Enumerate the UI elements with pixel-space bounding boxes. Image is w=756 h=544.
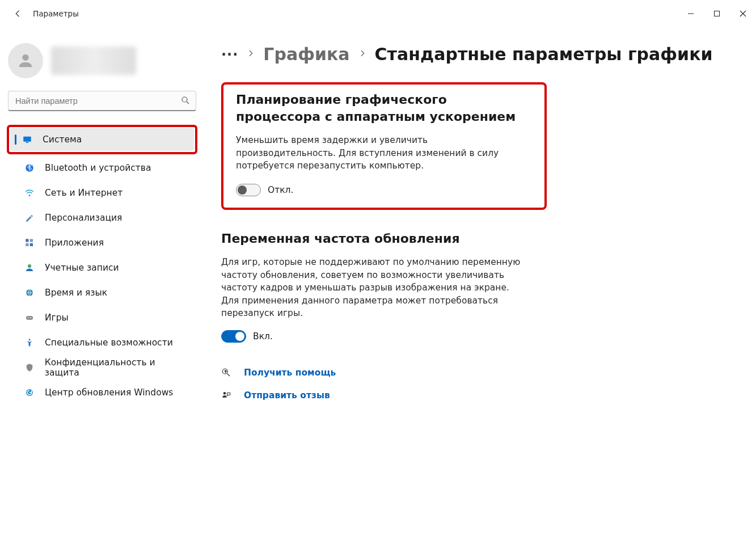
svg-rect-14 <box>30 243 33 246</box>
sidebar-item-label: Учетные записи <box>45 263 119 273</box>
gpu-section-title: Планирование графического процессора с а… <box>236 91 530 125</box>
sidebar-item-label: Персонализация <box>45 213 122 223</box>
sidebar-item-label: Bluetooth и устройства <box>45 163 151 173</box>
titlebar: Параметры <box>0 0 756 27</box>
window-controls <box>678 5 756 23</box>
sidebar-item-label: Конфиденциальность и защита <box>45 357 192 378</box>
svg-point-5 <box>182 97 187 102</box>
vrr-section-desc: Для игр, которые не поддерживают по умол… <box>221 256 527 319</box>
apps-icon <box>23 238 36 248</box>
feedback-row: Отправить отзыв <box>221 390 733 400</box>
toggle-knob <box>238 185 247 195</box>
svg-point-4 <box>22 54 28 61</box>
sidebar-item-label: Центр обновления Windows <box>45 387 173 398</box>
sidebar-item-bluetooth[interactable]: Bluetooth и устройства <box>8 157 196 179</box>
breadcrumb-graphics[interactable]: Графика <box>263 44 349 64</box>
svg-text:?: ? <box>225 370 227 373</box>
chevron-right-icon <box>246 49 255 60</box>
sidebar-item-accounts[interactable]: Учетные записи <box>8 256 196 279</box>
sidebar-item-label: Система <box>43 134 82 145</box>
search-icon <box>180 95 191 108</box>
main-content: ··· Графика Стандартные параметры график… <box>204 27 756 419</box>
chevron-right-icon <box>358 49 367 60</box>
shield-icon <box>23 362 36 373</box>
gpu-toggle-row: Откл. <box>236 184 530 196</box>
selected-indicator <box>15 134 16 145</box>
help-icon: ? <box>221 368 234 378</box>
gpu-section-desc: Уменьшить время задержки и увеличить про… <box>236 134 530 172</box>
feedback-link[interactable]: Отправить отзыв <box>244 390 330 400</box>
search-input[interactable] <box>8 91 196 111</box>
time-language-icon <box>23 288 36 298</box>
svg-point-25 <box>223 392 226 395</box>
vrr-toggle-label: Вкл. <box>253 331 273 341</box>
vrr-section-title: Переменная частота обновления <box>221 230 539 247</box>
sidebar-item-personalization[interactable]: Персонализация <box>8 206 196 229</box>
vrr-toggle[interactable] <box>221 330 246 343</box>
svg-rect-17 <box>26 316 33 320</box>
svg-point-18 <box>28 317 29 318</box>
gpu-scheduling-highlight: Планирование графического процессора с а… <box>221 82 547 210</box>
user-name-redacted <box>51 47 136 75</box>
back-button[interactable] <box>11 9 25 19</box>
sidebar-item-label: Специальные возможности <box>45 338 173 348</box>
svg-rect-8 <box>26 142 29 144</box>
sidebar-item-system[interactable]: Система <box>10 128 194 151</box>
windows-update-icon <box>23 387 36 398</box>
sidebar: Система Bluetooth и устройства Сеть и Ин… <box>0 27 204 419</box>
sidebar-highlight: Система <box>7 125 197 154</box>
sidebar-item-accessibility[interactable]: Специальные возможности <box>8 331 196 354</box>
avatar <box>8 43 43 78</box>
vrr-toggle-row: Вкл. <box>221 330 539 343</box>
svg-point-19 <box>30 317 31 318</box>
breadcrumb-current: Стандартные параметры графики <box>375 44 713 64</box>
feedback-icon <box>221 390 234 400</box>
system-icon <box>21 134 33 145</box>
sidebar-item-label: Игры <box>45 313 69 323</box>
gaming-icon <box>23 313 36 323</box>
search-box[interactable] <box>8 91 196 111</box>
sidebar-item-time-language[interactable]: Время и язык <box>8 281 196 304</box>
minimize-button[interactable] <box>678 5 704 23</box>
user-row[interactable] <box>8 43 198 78</box>
breadcrumb: ··· Графика Стандартные параметры график… <box>221 44 733 64</box>
maximize-button[interactable] <box>704 5 730 23</box>
sidebar-item-apps[interactable]: Приложения <box>8 231 196 254</box>
sidebar-item-label: Сеть и Интернет <box>45 188 123 198</box>
svg-rect-7 <box>23 137 31 142</box>
close-button[interactable] <box>730 5 756 23</box>
accounts-icon <box>23 263 36 273</box>
window-title: Параметры <box>33 9 79 18</box>
svg-rect-12 <box>30 239 33 242</box>
breadcrumb-more[interactable]: ··· <box>221 48 238 61</box>
svg-line-6 <box>187 102 189 104</box>
brush-icon <box>23 213 36 223</box>
svg-line-23 <box>227 373 230 376</box>
get-help-link[interactable]: Получить помощь <box>244 368 336 378</box>
bluetooth-icon <box>23 163 36 173</box>
svg-rect-1 <box>715 11 720 16</box>
svg-point-20 <box>29 339 31 340</box>
gpu-toggle-label: Откл. <box>268 185 293 195</box>
svg-rect-11 <box>26 239 28 242</box>
accessibility-icon <box>23 338 36 348</box>
sidebar-item-label: Приложения <box>45 238 104 248</box>
vrr-section: Переменная частота обновления Для игр, к… <box>221 230 539 343</box>
gpu-scheduling-toggle[interactable] <box>236 184 261 196</box>
sidebar-item-privacy[interactable]: Конфиденциальность и защита <box>8 356 196 379</box>
sidebar-item-label: Время и язык <box>45 288 107 298</box>
svg-rect-13 <box>26 243 28 246</box>
toggle-knob <box>235 332 244 341</box>
svg-point-10 <box>29 195 31 196</box>
sidebar-item-gaming[interactable]: Игры <box>8 306 196 329</box>
sidebar-item-network[interactable]: Сеть и Интернет <box>8 182 196 204</box>
help-links: ? Получить помощь Отправить отзыв <box>221 368 733 400</box>
get-help-row: ? Получить помощь <box>221 368 733 378</box>
sidebar-item-windows-update[interactable]: Центр обновления Windows <box>8 381 196 404</box>
svg-point-15 <box>28 264 31 268</box>
wifi-icon <box>23 188 36 198</box>
